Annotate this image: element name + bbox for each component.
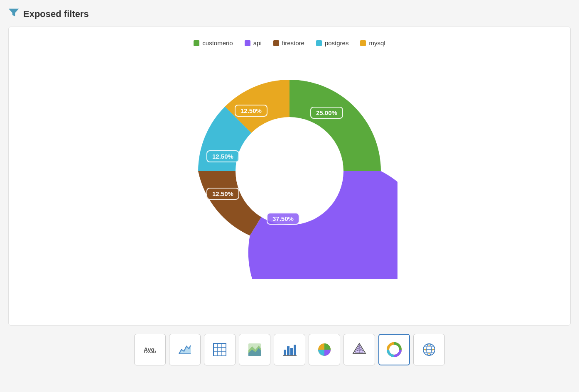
svg-rect-10 (284, 350, 286, 355)
donut-chart-wrapper: 25.00% 37.50% 12.50% 12.50% 12.50% (182, 63, 397, 279)
svg-marker-32 (424, 349, 426, 350)
svg-rect-11 (287, 346, 290, 355)
table-icon (212, 342, 227, 357)
table-button[interactable] (204, 334, 236, 365)
legend-color-postgres (316, 40, 322, 46)
filter-icon (8, 8, 19, 20)
chart-card: customerio api firestore postgres mysql (8, 27, 571, 326)
chart-toolbar: Avg. (8, 334, 571, 365)
donut-chart-svg (182, 63, 397, 279)
map-chart-icon (247, 342, 262, 357)
legend-color-customerio (194, 40, 199, 46)
legend-color-api (245, 40, 250, 46)
avg-label: Avg. (144, 346, 156, 353)
globe-chart-icon (422, 342, 437, 357)
legend-item-firestore: firestore (273, 39, 304, 47)
globe-chart-button[interactable] (413, 334, 445, 365)
legend-label-mysql: mysql (369, 39, 385, 47)
label-mysql: 12.50% (235, 105, 267, 117)
avg-button[interactable]: Avg. (134, 334, 166, 365)
legend-item-mysql: mysql (360, 39, 385, 47)
donut-chart-button[interactable] (378, 334, 410, 365)
label-firestore: 12.50% (206, 188, 239, 200)
pie-chart-icon (317, 342, 332, 357)
svg-rect-12 (290, 348, 293, 355)
bar-chart-icon (282, 342, 297, 357)
svg-marker-31 (428, 353, 430, 355)
label-api: 37.50% (267, 213, 299, 225)
page-header: Exposed filters (8, 8, 571, 20)
svg-marker-33 (432, 349, 434, 350)
donut-chart-active-icon (387, 342, 402, 357)
legend-color-mysql (360, 40, 366, 46)
legend-label-firestore: firestore (282, 39, 304, 47)
map-chart-button[interactable] (239, 334, 270, 365)
legend-item-postgres: postgres (316, 39, 349, 47)
label-postgres: 12.50% (206, 150, 239, 162)
svg-rect-13 (294, 345, 296, 355)
bar-chart-button[interactable] (274, 334, 305, 365)
web-chart-icon (352, 342, 367, 357)
legend-item-api: api (245, 39, 262, 47)
legend-label-api: api (253, 39, 262, 47)
svg-marker-30 (428, 344, 430, 346)
legend-item-customerio: customerio (194, 39, 233, 47)
area-chart-button[interactable] (169, 334, 201, 365)
pie-chart-button[interactable] (309, 334, 340, 365)
svg-point-24 (391, 346, 397, 353)
legend-label-postgres: postgres (325, 39, 349, 47)
svg-rect-2 (213, 343, 226, 356)
legend-color-firestore (273, 40, 279, 46)
label-customerio: 25.00% (310, 107, 343, 119)
chart-legend: customerio api firestore postgres mysql (194, 39, 385, 47)
web-chart-button[interactable] (343, 334, 375, 365)
page-title: Exposed filters (23, 9, 89, 20)
area-chart-icon (177, 342, 192, 357)
svg-marker-0 (179, 345, 191, 354)
legend-label-customerio: customerio (202, 39, 233, 47)
donut-hole (236, 117, 343, 225)
